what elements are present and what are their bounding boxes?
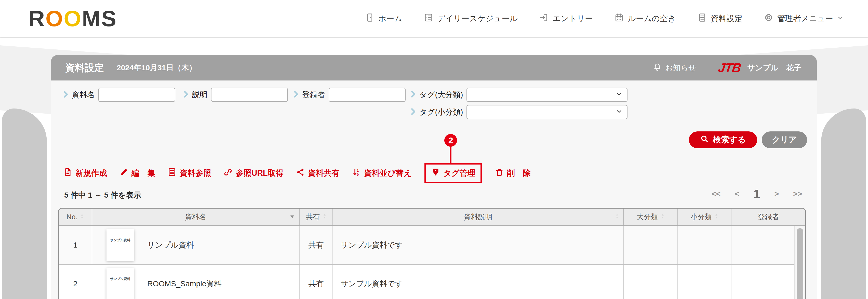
- table-scrollbar-thumb[interactable]: [797, 228, 803, 299]
- sort-documents-button[interactable]: 19 資料並び替え: [352, 168, 412, 179]
- logo-letter: O: [64, 7, 82, 30]
- notice-link[interactable]: お知らせ: [653, 63, 696, 73]
- delete-button[interactable]: 削 除: [495, 168, 531, 179]
- gear-icon: [764, 13, 773, 25]
- field-label: 説明: [192, 90, 207, 100]
- nav-label: エントリー: [553, 13, 593, 24]
- table-row[interactable]: 2 サンプル資料 ROOMS_Sample資料 共有 サンプル資料です: [59, 265, 805, 299]
- logo-letter: M: [82, 7, 101, 30]
- toolbar-label: 資料並び替え: [364, 168, 412, 178]
- screen: R O O M S ホーム デイリースケジュール: [0, 0, 868, 299]
- column-header-name[interactable]: 資料名: [92, 208, 300, 225]
- current-page: 1: [754, 187, 760, 201]
- search-buttons: 検索する クリア: [689, 131, 807, 148]
- decorative-shape-left: [2, 108, 47, 299]
- step-badge: 2: [444, 134, 457, 147]
- decorative-shape-right: [821, 108, 866, 299]
- user-info: サンプル 花子: [747, 63, 802, 73]
- blue-chevron-icon: [293, 91, 299, 100]
- nav-item-document-settings[interactable]: 資料設定: [697, 13, 742, 25]
- link-icon: [223, 168, 232, 179]
- toolbar-label: 資料参照: [180, 168, 211, 178]
- current-date: 2024年10月31日（木）: [117, 63, 196, 73]
- get-reference-url-button[interactable]: 参照URL取得: [223, 168, 284, 179]
- toolbar-label: 編 集: [131, 168, 155, 178]
- nav-item-entry[interactable]: エントリー: [539, 13, 593, 25]
- tag-management-button[interactable]: タグ管理: [431, 168, 475, 179]
- svg-text:1: 1: [357, 169, 359, 172]
- calendar-icon: [614, 13, 624, 25]
- table-row[interactable]: 1 サンプル資料 サンプル資料 共有 サンプル資料です: [59, 226, 805, 265]
- column-label: 小分類: [690, 212, 712, 222]
- search-button[interactable]: 検索する: [689, 131, 757, 148]
- sort-icon: [714, 212, 718, 222]
- column-label: No.: [66, 213, 78, 221]
- blue-chevron-icon: [411, 91, 416, 100]
- cell-share: 共有: [300, 226, 333, 264]
- document-icon: [697, 13, 707, 25]
- description-input[interactable]: [211, 88, 288, 102]
- nav-item-daily-schedule[interactable]: デイリースケジュール: [424, 13, 518, 25]
- logo-letter: O: [45, 7, 64, 30]
- table-scrollbar-track[interactable]: [794, 226, 805, 299]
- tag-major-select[interactable]: [466, 88, 627, 102]
- document-name-input[interactable]: [98, 88, 175, 102]
- nav-label: ルームの空き: [628, 13, 676, 24]
- document-name: ROOMS_Sample資料: [147, 278, 222, 289]
- registrant-input[interactable]: [329, 88, 406, 102]
- nav-item-admin-menu[interactable]: 管理者メニュー: [764, 13, 843, 25]
- sort-desc-icon: [289, 213, 295, 221]
- cell-minor-category: [678, 226, 732, 264]
- prev-page-button[interactable]: <: [735, 190, 739, 198]
- field-description: 説明: [183, 88, 288, 102]
- user-name: 花子: [786, 63, 802, 73]
- column-header-major-category[interactable]: 大分類: [624, 208, 678, 225]
- trash-icon: [495, 168, 504, 179]
- first-page-button[interactable]: <<: [712, 190, 720, 198]
- cell-share: 共有: [300, 265, 333, 299]
- toolbar-label: 参照URL取得: [236, 168, 284, 178]
- nav-item-room-availability[interactable]: ルームの空き: [614, 13, 676, 25]
- column-label: 登録者: [758, 212, 779, 222]
- last-page-button[interactable]: >>: [793, 190, 802, 198]
- blue-chevron-icon: [63, 91, 68, 100]
- field-tag-minor: タグ(小分類): [411, 105, 627, 119]
- svg-text:9: 9: [357, 173, 359, 176]
- cell-name: サンプル資料 ROOMS_Sample資料: [92, 265, 300, 299]
- field-registrant: 登録者: [293, 88, 406, 102]
- document-view-button[interactable]: 資料参照: [167, 168, 211, 179]
- cell-description: サンプル資料です: [333, 226, 624, 264]
- field-tag-major: タグ(大分類): [411, 88, 627, 102]
- column-header-no[interactable]: No.: [59, 208, 92, 225]
- bell-icon: [653, 63, 662, 73]
- nav-label: 資料設定: [711, 13, 742, 24]
- table-header-row: No. 資料名 共有 資料説明: [59, 208, 805, 226]
- search-icon: [700, 134, 709, 145]
- rooms-logo: R O O M S: [29, 7, 117, 30]
- column-header-registrant[interactable]: 登録者: [732, 208, 805, 225]
- nav-label: ホーム: [378, 13, 402, 24]
- toolbar-label: 新規作成: [75, 168, 107, 178]
- chevron-down-icon: [837, 14, 843, 23]
- badge-connector-line: [450, 146, 452, 165]
- toolbar-label: タグ管理: [443, 168, 475, 178]
- blue-chevron-icon: [183, 91, 189, 100]
- new-document-button[interactable]: 新規作成: [63, 168, 107, 179]
- tag-minor-select[interactable]: [466, 105, 627, 119]
- toolbar-label: 資料共有: [308, 168, 340, 178]
- column-label: 共有: [306, 212, 320, 222]
- tag-management-highlight-box: 2 タグ管理: [425, 163, 482, 184]
- next-page-button[interactable]: >: [774, 190, 779, 198]
- share-document-button[interactable]: 資料共有: [296, 168, 340, 179]
- column-header-description[interactable]: 資料説明: [333, 208, 624, 225]
- sort-icon: [661, 212, 665, 222]
- share-icon: [296, 168, 305, 179]
- sort-icon: [615, 212, 619, 222]
- column-header-share[interactable]: 共有: [300, 208, 333, 225]
- clear-button[interactable]: クリア: [762, 131, 807, 148]
- top-bar: R O O M S ホーム デイリースケジュール: [0, 0, 868, 38]
- field-label: 登録者: [302, 90, 325, 100]
- edit-button[interactable]: 編 集: [119, 168, 155, 179]
- column-header-minor-category[interactable]: 小分類: [678, 208, 732, 225]
- nav-item-home[interactable]: ホーム: [365, 13, 402, 25]
